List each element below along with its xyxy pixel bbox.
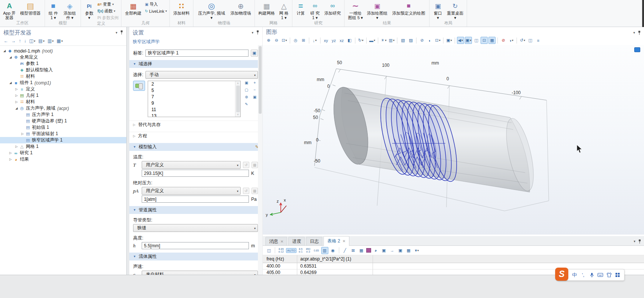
tree-item-results[interactable]: ▷◕结果 — [0, 156, 126, 163]
select-mode-icon[interactable]: ▧ — [399, 37, 406, 44]
skin-icon[interactable] — [605, 272, 613, 277]
scene-settings-icon[interactable]: ▣▾ — [445, 37, 452, 44]
model-manager[interactable]: ▤模型管理器 — [18, 1, 43, 16]
list-scrollbar[interactable]: ∧∨ — [235, 81, 240, 117]
pressure-acoustics-fd[interactable]: ◎压力声学, 频域 ▾ — [195, 1, 228, 20]
label-input[interactable] — [145, 50, 249, 57]
add-physics[interactable]: ⊕添加物理场 — [229, 1, 253, 16]
component-1[interactable]: ■组 件 1 ▾ — [47, 1, 60, 20]
auto-rotate-icon[interactable]: ↺▾ — [519, 37, 526, 44]
pin-icon[interactable] — [638, 239, 641, 244]
layers-icon[interactable]: ▣▾ — [465, 37, 472, 44]
tree-expander-icon[interactable]: ▷ — [20, 132, 25, 135]
section-override[interactable]: ▷ 替代与共存 — [129, 120, 262, 128]
close-icon[interactable]: ✕ — [280, 239, 283, 244]
zoom-in-icon[interactable]: ⊕ — [265, 37, 272, 44]
move-up-icon[interactable]: ↑ — [19, 38, 21, 44]
table-surface-icon[interactable]: ▦ — [358, 247, 365, 254]
panel-menu-icon[interactable]: ▾ — [252, 31, 253, 35]
pin-icon[interactable] — [256, 30, 259, 35]
domain-list[interactable]: 25791113 ∧∨ — [148, 81, 241, 117]
hide-objects-icon[interactable]: ⊘ — [418, 37, 425, 44]
settings-scrollbar[interactable] — [258, 45, 262, 275]
build-mesh[interactable]: ▦构建网格 — [257, 1, 276, 16]
table-settings-icon[interactable]: ◫ — [265, 247, 273, 254]
tree-item-sound-hard-boundary[interactable]: ▤硬声场边界 (壁) 1 — [0, 118, 126, 124]
camera-view-icon[interactable]: ◧ — [346, 37, 353, 44]
height-input[interactable] — [142, 242, 249, 249]
transparency-icon[interactable]: ◐ — [426, 37, 433, 44]
go-to-default-view-icon[interactable]: ◎ — [292, 37, 299, 44]
plot-in-window-icon[interactable]: ⊡ — [481, 37, 488, 44]
domain-list-item[interactable]: 2 — [148, 81, 240, 87]
screenshot-icon[interactable]: ◫ — [527, 37, 534, 44]
remove-domain-icon[interactable]: − — [252, 88, 258, 93]
domain-list-item[interactable]: 11 — [148, 107, 240, 113]
precision-auto-icon[interactable]: AUTO — [286, 248, 297, 253]
tab-log[interactable]: 日志 — [306, 237, 322, 245]
pin-icon[interactable] — [638, 31, 641, 35]
select-box-icon[interactable]: ▣ — [252, 95, 258, 101]
panel-menu-icon[interactable]: ▾ — [633, 31, 635, 35]
parameters[interactable]: Pi参数 ▾ — [83, 1, 96, 20]
livelink[interactable]: ↻LiveLink▾ — [144, 8, 168, 14]
temperature-input[interactable] — [142, 170, 249, 177]
pin-icon[interactable] — [120, 30, 123, 35]
add-predefined-plot[interactable]: ■添加预定义的绘图 — [390, 1, 427, 16]
tree-item-materials-global[interactable]: ∷材料 — [0, 73, 126, 80]
duct-type-combo[interactable]: 狭缝 ▾ — [133, 224, 258, 232]
add-material[interactable]: ∷添加材料 — [172, 1, 191, 16]
tree-expander-icon[interactable]: ◢ — [14, 107, 19, 110]
show-icon[interactable]: ◫▾ — [29, 38, 35, 44]
add-domain-icon[interactable]: + — [252, 81, 258, 86]
perspective-icon[interactable]: ◫ — [473, 37, 480, 44]
build-all[interactable]: ▦全部构建 — [123, 1, 143, 16]
back-icon[interactable]: ← — [4, 38, 8, 44]
keyboard-icon[interactable] — [596, 273, 605, 277]
tree-item-materials[interactable]: ▷∷材料 — [0, 99, 126, 105]
full-precision-icon[interactable]: ▥ — [321, 247, 328, 254]
tab-messages[interactable]: 消息✕ — [265, 237, 287, 245]
tab-progress[interactable]: 进度 — [288, 237, 305, 245]
tree-expander-icon[interactable]: ▷ — [14, 100, 19, 104]
domain-list-item[interactable]: 7 — [148, 94, 240, 100]
rotate-icon[interactable]: ↻▾ — [357, 37, 364, 44]
tree-item-root[interactable]: ◢◆model-1.mph(root) — [0, 48, 126, 54]
tree-item-default-model-inputs[interactable]: ◈默认模型输入 — [0, 67, 126, 73]
add-plot-group[interactable]: ▣添加绘图组 ▾ — [365, 1, 389, 20]
import[interactable]: ▣导入 — [144, 1, 168, 8]
tree-item-component-1[interactable]: ◢■组件 1(comp1) — [0, 80, 126, 86]
copy-image-icon[interactable]: ▣ — [397, 247, 404, 254]
tree-item-global-definitions[interactable]: ◢⊕全局定义 — [0, 54, 126, 60]
more-options-icon[interactable]: ▾▾ — [413, 247, 421, 254]
tree-item-parameters-1[interactable]: Pi参数 1 — [0, 60, 126, 67]
mesh-1[interactable]: △网 格 1 ▾ — [277, 1, 290, 20]
tree-item-mesh-1[interactable]: ▷△网格 1 — [0, 143, 126, 150]
study-1[interactable]: ∞研 究 1 ▾ — [308, 1, 322, 20]
tree-item-geometry-1[interactable]: ▷▤几何 1 — [0, 92, 126, 99]
toolbox-icon[interactable] — [613, 272, 622, 277]
pressure-input[interactable] — [142, 196, 249, 203]
tree-expander-icon[interactable]: ▷ — [14, 94, 19, 97]
table-window-icon[interactable]: ▦ — [488, 37, 496, 44]
domain-list-item[interactable]: 9 — [148, 100, 240, 107]
add-component[interactable]: ◈添加组件 ▾ — [61, 1, 79, 20]
tree-item-pressure-acoustics[interactable]: ◢◎压力声学, 频域(acpr) — [0, 105, 126, 111]
tree-expander-icon[interactable]: ◢ — [8, 56, 13, 59]
zoom-out-icon[interactable]: ⊖ — [273, 37, 280, 44]
sogou-logo[interactable]: S — [555, 268, 568, 281]
window[interactable]: ▣窗口 ▾ — [431, 1, 444, 20]
active-toggle[interactable] — [133, 81, 145, 91]
view-menu-icon[interactable]: ▬▾ — [368, 37, 376, 44]
tree-expander-icon[interactable]: ▷ — [8, 158, 13, 161]
functions[interactable]: f(x)函数▾ — [97, 8, 119, 14]
create-plot-icon[interactable]: ▦ — [252, 188, 258, 194]
temperature-combo[interactable]: 用户定义 ▾ — [142, 161, 241, 169]
tree-item-pressure-acoustics-1[interactable]: ▤压力声学 1 — [0, 111, 126, 118]
delete-table-icon[interactable]: ⊠ — [350, 247, 357, 254]
tree-item-narrow-region-acoustics-1[interactable]: ▤狭窄区域声学 1 — [0, 137, 126, 143]
tree-item-initial-values-1[interactable]: ▤初始值 1 — [0, 124, 126, 131]
print-icon[interactable]: ≡ — [535, 37, 542, 44]
reset-default-icon[interactable]: ↺ — [243, 188, 249, 194]
forward-icon[interactable]: → — [11, 38, 16, 44]
